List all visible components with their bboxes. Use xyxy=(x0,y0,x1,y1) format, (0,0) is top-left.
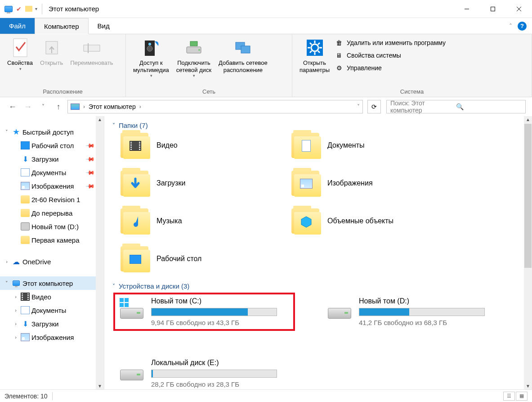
manage-label: Управление xyxy=(347,64,382,72)
quick-access-toolbar: ✔ ▾ xyxy=(0,4,44,14)
qat-dropdown-icon[interactable]: ▾ xyxy=(35,6,37,11)
tab-computer[interactable]: Компьютер xyxy=(35,18,89,34)
tree-spacer xyxy=(0,247,104,255)
collapse-ribbon-icon[interactable]: ˄ xyxy=(509,23,512,30)
folder-icon xyxy=(291,208,319,234)
svg-rect-30 xyxy=(125,303,129,307)
tree-custom4[interactable]: Первая камера xyxy=(0,233,104,247)
tree-custom2[interactable]: До перерыва xyxy=(0,206,104,220)
folder-icon xyxy=(121,208,148,234)
drive-usage-bar xyxy=(151,308,277,316)
help-icon[interactable]: ? xyxy=(518,22,527,31)
folder-icon xyxy=(121,133,148,158)
tree-label: Загрузки xyxy=(31,320,58,328)
tree-desktop[interactable]: Рабочий стол📌 xyxy=(0,139,104,152)
drive-item[interactable]: Новый том (C:)9,94 ГБ свободно из 43,3 Г… xyxy=(114,294,294,330)
tree-this-pc[interactable]: ˅Этот компьютер xyxy=(0,276,104,290)
tree-downloads2[interactable]: ›⬇Загрузки xyxy=(0,317,104,330)
up-button[interactable]: ↑ xyxy=(52,100,65,113)
recent-locations-button[interactable]: ˅ xyxy=(37,100,49,113)
folder-video[interactable]: Видео xyxy=(121,133,291,158)
svg-rect-1 xyxy=(491,7,495,11)
folder-3d-objects[interactable]: Объемные объекты xyxy=(291,208,462,234)
tree-spacer xyxy=(0,268,104,276)
tree-label: Загрузки xyxy=(31,155,58,163)
drive-icon xyxy=(21,222,30,230)
folder-label: Документы xyxy=(327,141,364,149)
document-icon xyxy=(21,168,30,176)
rename-label: Переименовать xyxy=(70,59,113,67)
tree-downloads[interactable]: ⬇Загрузки📌 xyxy=(0,152,104,166)
qat-folder-icon[interactable] xyxy=(25,6,32,12)
address-box[interactable]: › Этот компьютер › ˅ xyxy=(67,100,363,113)
tree-pictures2[interactable]: ›Изображения xyxy=(0,330,104,344)
maximize-button[interactable] xyxy=(480,0,506,18)
open-settings-button[interactable]: Открыть параметры xyxy=(296,36,333,75)
media-icon xyxy=(141,38,161,58)
qat-properties-icon[interactable]: ✔ xyxy=(15,5,22,13)
tree-pictures[interactable]: Изображения📌 xyxy=(0,179,104,193)
details-view-button[interactable]: ☰ xyxy=(503,392,515,401)
breadcrumb-this-pc[interactable]: Этот компьютер xyxy=(89,103,136,110)
status-separator xyxy=(52,392,53,400)
window-title: Этот компьютер xyxy=(49,5,99,13)
drives-section-header[interactable]: ˅ Устройства и диски (3) xyxy=(112,282,524,290)
open-button[interactable]: Открыть xyxy=(36,36,67,68)
download-icon: ⬇ xyxy=(21,320,30,328)
tree-custom1[interactable]: 2t-60 Revision 1 xyxy=(0,193,104,206)
settings-icon xyxy=(305,38,325,58)
drive-item[interactable]: Новый том (D:)41,2 ГБ свободно из 68,3 Г… xyxy=(322,294,502,330)
chevron-right-icon[interactable]: › xyxy=(139,104,141,110)
tree-onedrive[interactable]: ›☁OneDrive xyxy=(0,255,104,268)
folder-music[interactable]: Музыка xyxy=(121,208,291,234)
refresh-button[interactable]: ⟳ xyxy=(367,100,381,113)
folder-documents[interactable]: Документы xyxy=(291,133,462,158)
tiles-view-button[interactable]: ▦ xyxy=(516,392,528,401)
map-drive-label: Подключить сетевой диск xyxy=(176,59,211,73)
folder-label: Объемные объекты xyxy=(327,217,393,225)
svg-rect-29 xyxy=(120,303,124,307)
tree-label: Рабочий стол xyxy=(31,142,74,149)
tree-quick-access[interactable]: ˅★Быстрый доступ xyxy=(0,125,104,139)
folder-desktop[interactable]: Рабочий стол xyxy=(121,246,291,271)
system-properties-button[interactable]: 🖥 Свойства системы xyxy=(335,51,446,59)
system-properties-icon: 🖥 xyxy=(335,51,343,59)
folders-section-header[interactable]: ˅ Папки (7) xyxy=(112,122,524,129)
picture-icon xyxy=(21,333,30,341)
manage-button[interactable]: ⚙ Управление xyxy=(335,64,446,72)
forward-button[interactable]: → xyxy=(22,100,34,113)
tree-documents[interactable]: Документы📌 xyxy=(0,166,104,179)
folder-label: Музыка xyxy=(156,217,182,225)
rename-button[interactable]: Переименовать xyxy=(67,36,116,68)
map-drive-button[interactable]: Подключить сетевой диск▾ xyxy=(173,36,215,80)
chevron-down-icon[interactable]: ˅ xyxy=(357,104,360,110)
tab-file[interactable]: Файл xyxy=(0,18,35,34)
system-properties-label: Свойства системы xyxy=(347,52,401,59)
minimize-button[interactable] xyxy=(454,0,480,18)
drive-item[interactable]: Локальный диск (E:)28,2 ГБ свободно из 2… xyxy=(114,355,294,389)
add-location-button[interactable]: Добавить сетевое расположение xyxy=(215,36,271,75)
drive-info: Новый том (C:)9,94 ГБ свободно из 43,3 Г… xyxy=(151,297,290,326)
star-icon: ★ xyxy=(12,128,21,136)
navigation-tree: ˅★Быстрый доступ Рабочий стол📌 ⬇Загрузки… xyxy=(0,116,104,389)
svg-point-10 xyxy=(147,46,152,51)
chevron-right-icon[interactable]: › xyxy=(83,104,85,110)
tab-view[interactable]: Вид xyxy=(89,18,119,34)
tree-documents2[interactable]: ›Документы xyxy=(0,303,104,317)
tree-scrollbar[interactable]: ▲▼ xyxy=(96,116,104,389)
folder-pictures[interactable]: Изображения xyxy=(291,171,462,196)
tree-video[interactable]: ›Видео xyxy=(0,290,104,303)
folder-downloads[interactable]: Загрузки xyxy=(121,171,291,196)
properties-button[interactable]: Свойства ▾ xyxy=(4,36,36,73)
content-scrollbar[interactable]: ▲▼ xyxy=(524,116,532,389)
tree-label: Видео xyxy=(31,293,51,301)
uninstall-button[interactable]: 🗑 Удалить или изменить программу xyxy=(335,39,446,47)
video-icon xyxy=(21,293,30,301)
close-button[interactable] xyxy=(506,0,532,18)
search-input[interactable]: Поиск: Этот компьютер 🔍 xyxy=(386,100,526,113)
tree-custom3[interactable]: Новый том (D:) xyxy=(0,220,104,233)
chevron-down-icon: ˅ xyxy=(112,122,115,129)
back-button[interactable]: ← xyxy=(6,100,19,113)
media-access-button[interactable]: Доступ к мультимедиа▾ xyxy=(130,36,173,80)
properties-label: Свойства xyxy=(7,59,33,67)
